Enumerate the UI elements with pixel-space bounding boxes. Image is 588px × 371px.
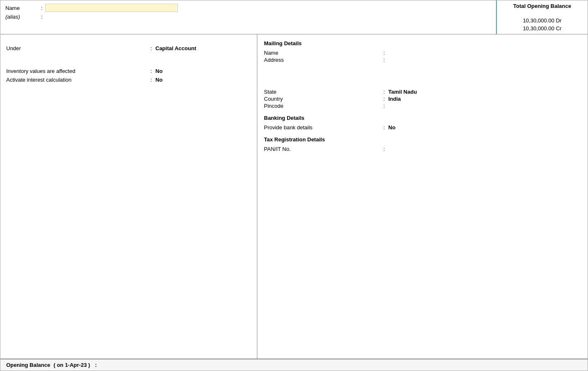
country-label: Country (264, 96, 380, 102)
provide-bank-value: No (388, 124, 581, 131)
alias-colon: : (39, 14, 45, 20)
alias-label: (alias) (5, 14, 39, 20)
inventory-value: No (155, 68, 162, 74)
inventory-label: Inventory values are affected (6, 68, 147, 74)
balance-dr: 10,30,000.00 Dr (502, 17, 583, 24)
pincode-label: Pincode (264, 103, 380, 109)
mailing-address-label: Address (264, 57, 380, 63)
name-colon: : (39, 5, 45, 11)
provide-bank-colon: : (380, 124, 388, 131)
interest-value: No (155, 77, 162, 83)
tax-reg-title: Tax Registration Details (264, 136, 581, 143)
bottom-bar-colon: : (95, 362, 97, 368)
country-colon: : (380, 96, 388, 102)
mailing-address-colon: : (380, 57, 388, 63)
provide-bank-label: Provide bank details (264, 124, 380, 131)
pincode-colon: : (380, 103, 388, 109)
pan-colon: : (380, 146, 388, 152)
inventory-colon: : (147, 68, 155, 74)
name-input[interactable] (45, 4, 178, 12)
mailing-name-label: Name (264, 50, 380, 56)
state-value: Tamil Nadu (388, 89, 581, 95)
state-colon: : (380, 89, 388, 95)
pan-label: PAN/IT No. (264, 146, 380, 152)
state-label: State (264, 89, 380, 95)
interest-label: Activate interest calculation (6, 77, 147, 83)
on-date-label: ( on 1-Apr-23 ) (53, 362, 90, 368)
mailing-name-colon: : (380, 50, 388, 56)
mailing-details-title: Mailing Details (264, 40, 581, 46)
under-value: Capital Account (155, 45, 196, 51)
name-label: Name (5, 5, 39, 11)
under-colon: : (147, 45, 155, 51)
banking-details-title: Banking Details (264, 115, 581, 121)
balance-cr: 10,30,000.00 Cr (502, 25, 583, 32)
under-label: Under (6, 45, 147, 51)
opening-balance-label: Opening Balance (6, 362, 50, 368)
interest-colon: : (147, 77, 155, 83)
total-opening-balance-title: Total Opening Balance (502, 3, 583, 9)
country-value: India (388, 96, 581, 102)
